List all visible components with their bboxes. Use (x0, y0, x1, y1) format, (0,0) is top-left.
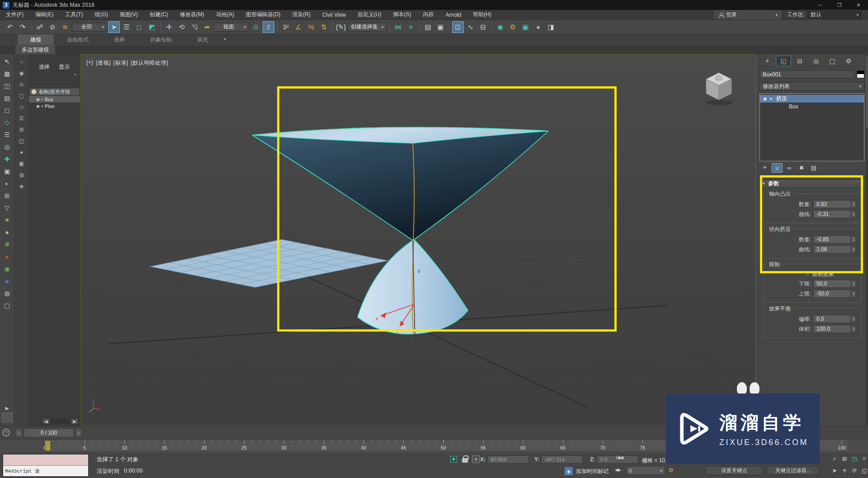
perspective-viewport[interactable]: [+] [透视] [标准] [默认明暗处理] (80, 54, 756, 426)
angle-snap-icon[interactable]: ∠ (292, 21, 304, 33)
selection-filter-dropdown[interactable]: 全部 (72, 23, 107, 32)
spinner[interactable]: ▴▾ (850, 290, 856, 297)
sun-light-icon[interactable]: ☀ (1, 214, 13, 226)
tab-motion[interactable]: ◎ (808, 56, 824, 66)
menu-item[interactable]: Arnold (439, 10, 467, 19)
grid-tool-icon[interactable]: ⊞ (1, 189, 13, 202)
orbit-icon[interactable]: ⟳ (850, 466, 859, 475)
help-icon[interactable]: ? (2, 429, 10, 436)
go-to-start-button[interactable]: |◀◀ (616, 455, 623, 460)
set-key-button[interactable]: 设置关键点 (705, 466, 763, 475)
menu-item[interactable]: 自定义(U) (352, 10, 387, 19)
explorer-menu[interactable]: 显示 (55, 63, 73, 71)
lower-limit-field[interactable]: 50.0 ▴▾ (813, 280, 857, 288)
tab-modify[interactable]: ◱ (776, 56, 791, 66)
eye-icon[interactable]: ◉ (762, 96, 768, 101)
foliage-icon[interactable]: ❋ (1, 238, 13, 250)
object-name-field[interactable]: Box001 (760, 70, 854, 79)
bind-to-spacewarp-icon[interactable]: ≋ (59, 21, 71, 33)
listener-script-row[interactable]: MAXScript 迷 (3, 466, 88, 476)
layer-manager-icon[interactable]: ▤ (422, 21, 434, 33)
filter-helpers-icon[interactable]: ☰ (16, 112, 27, 124)
separator[interactable] (490, 21, 494, 33)
workspace-selector[interactable]: 工作区: 默认 ▾ (782, 10, 868, 19)
minimize-button[interactable]: ─ (811, 0, 830, 10)
explorer-sort-header[interactable]: 名称(按升序排 (29, 88, 80, 96)
tab-utilities[interactable]: ⚙ (841, 56, 856, 66)
align-panel-icon[interactable]: ◎ (1, 141, 13, 153)
box-outline-icon[interactable]: ▢ (1, 299, 13, 311)
separator[interactable] (330, 21, 334, 33)
filter-bones-icon[interactable]: ◫ (16, 135, 27, 146)
shaded-sphere-icon[interactable]: ◍ (1, 287, 13, 299)
separator[interactable] (275, 21, 279, 33)
modifier-list-dropdown[interactable]: 修改器列表 ▾ (760, 82, 864, 91)
frame-counter[interactable]: 0 / 100 (24, 428, 74, 437)
select-and-place-icon[interactable]: ➦ (201, 21, 213, 33)
ribbon-tab[interactable]: 选择 (102, 35, 137, 45)
sphere-blue-icon[interactable]: ◈ (1, 275, 13, 287)
loops-panel-icon[interactable]: ◇ (1, 116, 13, 128)
use-pivot-center-icon[interactable]: ⊙ (250, 21, 262, 33)
edit-panel-icon[interactable]: ◫ (1, 80, 13, 92)
separator[interactable] (159, 21, 162, 33)
menu-item[interactable]: 动画(A) (210, 10, 240, 19)
sphere-tan-icon[interactable]: ● (1, 226, 13, 238)
sphere-green-icon[interactable]: ◉ (1, 262, 13, 275)
zoom-icon[interactable]: ⌕ (830, 454, 839, 463)
viewport-menu-pov[interactable]: [透视] (96, 59, 111, 67)
viewcube[interactable] (698, 65, 739, 108)
modifier-stack-row[interactable]: ◉ ▶ 挤压 (760, 95, 864, 103)
zoom-extents-icon[interactable]: ◳ (850, 454, 859, 463)
login-button[interactable]: 登录 ▾ (714, 10, 782, 19)
mirror-icon[interactable]: ⋈ (392, 21, 404, 33)
maximize-viewport-icon[interactable]: ◱ (860, 466, 868, 475)
menu-item[interactable]: 帮助(H) (467, 10, 497, 19)
current-frame-field[interactable]: 0 ▾ (626, 466, 665, 475)
filter-hidden-icon[interactable]: ◍ (16, 169, 27, 180)
eye-icon[interactable]: ◉ (36, 97, 40, 102)
schematic-view-icon[interactable]: ⊟ (477, 21, 489, 33)
key-filters-button[interactable]: 关键点过滤器... (767, 466, 819, 475)
material-editor-icon[interactable]: ◉ (495, 21, 506, 33)
ribbon-toggle-icon[interactable]: ⊡ (452, 21, 464, 33)
next-frame-button[interactable]: › (75, 428, 82, 437)
viewport-menu-standard[interactable]: [标准] (113, 59, 128, 67)
filter-geometry-icon[interactable]: ◉ (16, 67, 27, 79)
menu-item[interactable]: 视图(V) (114, 10, 144, 19)
close-button[interactable]: ✕ (849, 0, 868, 10)
window-crossing-icon[interactable]: ◩ (146, 21, 158, 33)
cone-tool-icon[interactable]: ▽ (1, 202, 13, 214)
menu-item[interactable]: 文件(F) (0, 10, 29, 19)
filter-spacewarps-icon[interactable]: ⊞ (16, 124, 27, 135)
menu-item[interactable]: 组(G) (89, 10, 114, 19)
key-filters-gear-icon[interactable]: ⚙ (668, 467, 674, 473)
filter-shapes-icon[interactable]: ⊙ (16, 79, 27, 90)
remove-modifier-icon[interactable]: ✖ (796, 163, 807, 173)
walkthrough-icon[interactable]: ➤ (830, 466, 839, 475)
explorer-overflow-icon[interactable]: » (74, 72, 80, 77)
separator[interactable] (29, 21, 33, 33)
ribbon-tab[interactable]: 对象绘制 (138, 35, 184, 45)
ribbon-tab[interactable]: 自由形式 (55, 35, 100, 45)
menu-item[interactable]: 脚本(S) (387, 10, 417, 19)
eye-icon[interactable]: ◉ (36, 104, 40, 108)
workspace-dropdown[interactable]: 默认 ▾ (807, 11, 862, 19)
select-and-move-icon[interactable]: ✛ (163, 21, 175, 33)
spinner-snap-icon[interactable]: ⇅ (318, 21, 330, 33)
previous-frame-button[interactable]: ‹ (15, 428, 23, 437)
menu-item[interactable]: 工具(T) (59, 10, 89, 19)
add-time-tag[interactable]: 添加时间标记 (576, 468, 609, 475)
maxscript-mini-listener[interactable]: MAXScript 迷 (3, 454, 89, 477)
isolate-selection-icon[interactable] (450, 456, 457, 463)
maximize-button[interactable]: ❐ (830, 0, 849, 10)
filter-groups-icon[interactable]: ◈ (16, 180, 27, 192)
y-coordinate-field[interactable]: -407.114 (541, 455, 583, 464)
separator[interactable] (448, 21, 451, 33)
viewport-menu-shading[interactable]: [默认明暗处理] (131, 59, 169, 67)
separator[interactable] (388, 21, 392, 33)
reference-coordinate-dropdown[interactable]: 视图 (214, 23, 249, 32)
curve-editor-icon[interactable]: ∿ (465, 21, 476, 33)
select-by-name-icon[interactable]: ☰ (121, 21, 132, 33)
rectangular-selection-region-icon[interactable]: ◻ (133, 21, 145, 33)
